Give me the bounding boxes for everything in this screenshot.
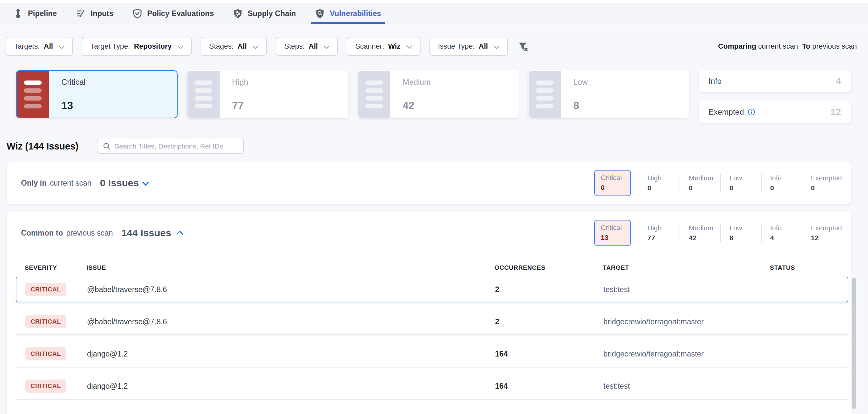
severity-card-medium[interactable]: Medium 42 bbox=[358, 70, 519, 118]
search-icon bbox=[103, 142, 111, 150]
info-icon[interactable] bbox=[748, 109, 755, 116]
high-severity-icon bbox=[187, 71, 220, 118]
severity-card-count: 4 bbox=[836, 76, 841, 87]
severity-card-high[interactable]: High 77 bbox=[187, 70, 348, 118]
filter-label: Stages: bbox=[209, 42, 234, 51]
tab-inputs[interactable]: Inputs bbox=[76, 3, 113, 24]
only-section-expand-toggle[interactable]: 0 Issues bbox=[100, 177, 149, 188]
filter-label: Issue Type: bbox=[438, 42, 475, 51]
chip-critical[interactable]: Critical 13 bbox=[594, 220, 631, 246]
tab-supply-chain[interactable]: Supply Chain bbox=[233, 3, 296, 24]
pipeline-icon bbox=[13, 8, 23, 19]
chip-exempted[interactable]: Exempted 0 bbox=[802, 174, 842, 192]
section-title: Common toprevious scan bbox=[21, 229, 113, 238]
filter-clear-icon[interactable] bbox=[517, 41, 529, 52]
tab-pipeline[interactable]: Pipeline bbox=[13, 3, 57, 24]
severity-card-label: Medium bbox=[403, 78, 518, 87]
severity-card-label: Exempted bbox=[708, 108, 744, 117]
severity-card-label: Low bbox=[573, 78, 689, 87]
filter-value: All bbox=[309, 42, 318, 51]
common-section-expand-toggle[interactable]: 144 Issues bbox=[121, 227, 182, 239]
supply-chain-icon bbox=[233, 8, 243, 19]
table-row[interactable]: CRITICAL @babel/traverse@7.8.6 2 bridgec… bbox=[16, 309, 848, 334]
only-in-current-scan-section: Only incurrent scan 0 Issues Critical 0 … bbox=[6, 162, 851, 204]
chip-critical[interactable]: Critical 0 bbox=[594, 170, 631, 196]
severity-card-count: 13 bbox=[61, 99, 177, 112]
scanner-filter-dropdown[interactable]: Scanner:Wiz bbox=[347, 37, 421, 56]
severity-summary-cards: Critical 13 High 77 Medium 42 Low 8 bbox=[0, 70, 868, 123]
column-header-occurrences: OCCURRENCES bbox=[494, 264, 603, 271]
occurrences-cell: 164 bbox=[495, 350, 603, 358]
chip-info[interactable]: Info 4 bbox=[761, 224, 802, 242]
filter-value: All bbox=[238, 42, 247, 51]
target-cell: bridgecrewio/terragoat:master bbox=[603, 317, 771, 326]
chip-medium[interactable]: Medium 42 bbox=[680, 224, 720, 242]
severity-badge: CRITICAL bbox=[25, 315, 66, 328]
issue-cell: django@1.2 bbox=[87, 350, 495, 358]
chip-high[interactable]: High 77 bbox=[639, 224, 680, 242]
filter-label: Steps: bbox=[284, 42, 305, 51]
chip-low[interactable]: Low 0 bbox=[720, 174, 761, 192]
column-header-status: STATUS bbox=[770, 264, 848, 271]
issues-table: SEVERITY ISSUE OCCURRENCES TARGET STATUS… bbox=[6, 254, 851, 414]
severity-card-low[interactable]: Low 8 bbox=[528, 70, 689, 118]
search-input[interactable] bbox=[115, 142, 238, 150]
chevron-up-icon bbox=[176, 230, 183, 237]
scanner-title: Wiz (144 Issues) bbox=[6, 141, 79, 152]
severity-card-count: 77 bbox=[232, 99, 348, 112]
target-cell: bridgecrewio/terragoat:master bbox=[603, 350, 771, 358]
stages-filter-dropdown[interactable]: Stages:All bbox=[200, 37, 267, 56]
table-row[interactable]: CRITICAL django@1.2 164 test:test bbox=[16, 373, 848, 399]
info-exempted-column: Info 4 Exempted 12 bbox=[699, 70, 851, 123]
common-section-severity-chips: Critical 13 High 77 Medium 42 Low 8 Info… bbox=[594, 220, 842, 246]
chip-medium[interactable]: Medium 0 bbox=[680, 174, 720, 192]
only-section-severity-chips: Critical 0 High 0 Medium 0 Low 0 Info 0 … bbox=[594, 170, 842, 196]
common-to-previous-scan-section: Common toprevious scan 144 Issues Critic… bbox=[6, 212, 851, 414]
chevron-down-icon bbox=[142, 179, 149, 186]
tab-label: Vulnerabilities bbox=[330, 9, 381, 18]
severity-badge: CRITICAL bbox=[25, 347, 66, 360]
chip-low[interactable]: Low 8 bbox=[720, 224, 761, 242]
issue-type-filter-dropdown[interactable]: Issue Type:All bbox=[429, 37, 508, 56]
chip-high[interactable]: High 0 bbox=[639, 174, 680, 192]
chevron-down-icon bbox=[323, 43, 329, 49]
tab-label: Policy Evaluations bbox=[147, 9, 214, 18]
critical-severity-icon bbox=[17, 71, 49, 118]
filter-toolbar: Targets:All Target Type:Repository Stage… bbox=[0, 37, 868, 56]
chevron-down-icon bbox=[252, 43, 258, 49]
steps-filter-dropdown[interactable]: Steps:All bbox=[276, 37, 338, 56]
policy-evaluations-icon bbox=[132, 8, 142, 19]
table-row[interactable]: CRITICAL django@1.2 164 bridgecrewio/ter… bbox=[16, 341, 848, 367]
issue-cell: @babel/traverse@7.8.6 bbox=[87, 285, 495, 294]
severity-badge: CRITICAL bbox=[25, 380, 66, 393]
filter-value: Repository bbox=[134, 42, 172, 51]
vertical-scrollbar[interactable] bbox=[852, 278, 856, 409]
occurrences-cell: 164 bbox=[495, 382, 603, 391]
severity-card-exempted[interactable]: Exempted 12 bbox=[699, 101, 851, 123]
target-cell: test:test bbox=[603, 285, 771, 294]
issue-search-box[interactable] bbox=[97, 139, 244, 154]
chip-info[interactable]: Info 0 bbox=[761, 174, 802, 192]
tab-vulnerabilities[interactable]: Vulnerabilities bbox=[315, 3, 381, 24]
severity-card-info[interactable]: Info 4 bbox=[699, 70, 851, 92]
issue-cell: @babel/traverse@7.8.6 bbox=[87, 317, 495, 326]
issue-cell: django@1.2 bbox=[87, 382, 495, 391]
occurrences-cell: 2 bbox=[495, 317, 603, 326]
filter-label: Targets: bbox=[14, 42, 40, 51]
filter-value: All bbox=[44, 42, 53, 51]
tab-policy-evaluations[interactable]: Policy Evaluations bbox=[132, 3, 214, 24]
column-header-issue: ISSUE bbox=[86, 264, 494, 271]
severity-card-critical[interactable]: Critical 13 bbox=[16, 70, 178, 118]
target-type-filter-dropdown[interactable]: Target Type:Repository bbox=[82, 37, 192, 56]
severity-card-label: Info bbox=[708, 77, 721, 86]
window-top-strip bbox=[0, 0, 868, 3]
scanner-section-header: Wiz (144 Issues) bbox=[0, 139, 868, 154]
table-row[interactable]: CRITICAL @babel/traverse@7.8.6 2 test:te… bbox=[16, 277, 848, 302]
severity-badge: CRITICAL bbox=[25, 283, 66, 296]
chip-exempted[interactable]: Exempted 12 bbox=[802, 224, 842, 242]
target-cell: test:test bbox=[603, 382, 771, 391]
chevron-down-icon bbox=[493, 43, 499, 49]
targets-filter-dropdown[interactable]: Targets:All bbox=[6, 37, 73, 56]
occurrences-cell: 2 bbox=[495, 285, 603, 294]
tab-label: Pipeline bbox=[28, 9, 57, 18]
